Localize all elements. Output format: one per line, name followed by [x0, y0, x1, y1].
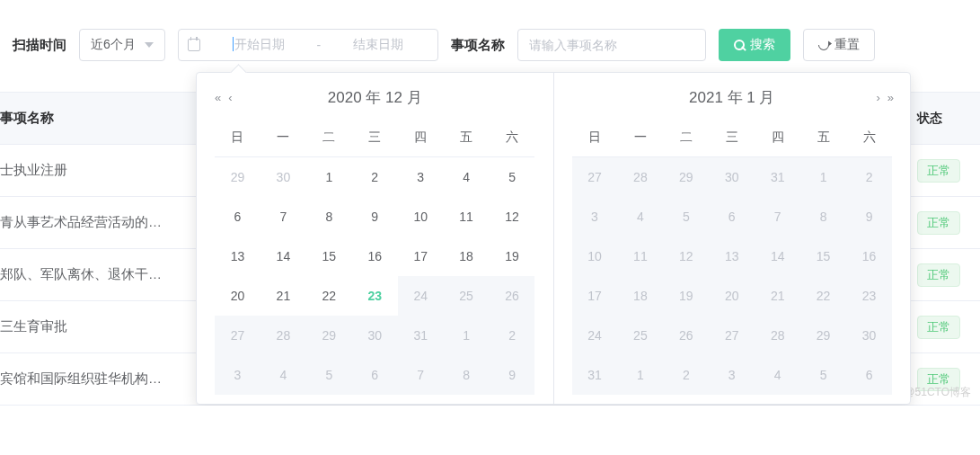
- date-cell: 8: [800, 197, 846, 236]
- date-cell: 29: [663, 157, 709, 197]
- date-cell: 27: [572, 157, 618, 197]
- calendar-left-panel: « ‹ 2020 年 12 月 日一二三四五六 2930123456789101…: [197, 73, 553, 404]
- date-cell[interactable]: 8: [306, 197, 352, 236]
- next-month-icon[interactable]: ›: [876, 91, 878, 104]
- date-cell[interactable]: 11: [444, 197, 490, 236]
- date-cell[interactable]: 23: [352, 276, 398, 316]
- date-cell: 27: [215, 316, 260, 355]
- date-cell: 5: [306, 355, 352, 395]
- date-cell: 30: [709, 157, 755, 197]
- dow-cell: 一: [617, 120, 663, 157]
- date-cell[interactable]: 29: [215, 157, 260, 197]
- reset-button[interactable]: 重置: [803, 29, 875, 61]
- date-cell: 4: [755, 355, 800, 395]
- date-cell: 15: [800, 236, 846, 276]
- matter-name-input[interactable]: [517, 29, 706, 61]
- date-cell: 25: [444, 276, 490, 316]
- date-cell: 9: [490, 355, 535, 395]
- date-cell: 30: [352, 316, 398, 355]
- end-date-placeholder: 结束日期: [328, 37, 428, 53]
- status-badge: 正常: [917, 159, 960, 183]
- refresh-icon: [816, 38, 831, 53]
- date-cell: 5: [663, 197, 709, 236]
- dow-cell: 日: [572, 120, 618, 157]
- date-cell: 6: [709, 197, 755, 236]
- date-cell: 22: [800, 276, 846, 316]
- chevron-down-icon: [145, 42, 154, 48]
- date-cell: 1: [800, 157, 846, 197]
- date-cell: 5: [800, 355, 846, 395]
- date-cell: 26: [663, 316, 709, 355]
- date-cell[interactable]: 21: [260, 276, 306, 316]
- prev-month-icon[interactable]: ‹: [228, 91, 230, 104]
- date-cell[interactable]: 6: [215, 197, 260, 236]
- date-cell[interactable]: 22: [306, 276, 352, 316]
- date-cell: 4: [260, 355, 306, 395]
- date-cell: 9: [846, 197, 892, 236]
- dow-cell: 日: [215, 120, 260, 157]
- date-cell[interactable]: 10: [398, 197, 444, 236]
- date-cell[interactable]: 2: [352, 157, 398, 197]
- date-cell: 12: [663, 236, 709, 276]
- date-cell: 4: [617, 197, 663, 236]
- date-cell: 2: [846, 157, 892, 197]
- dow-cell: 五: [800, 120, 846, 157]
- date-cell: 28: [617, 157, 663, 197]
- date-cell: 1: [444, 316, 490, 355]
- date-cell[interactable]: 19: [490, 236, 535, 276]
- search-button[interactable]: 搜索: [719, 29, 790, 61]
- date-cell[interactable]: 13: [215, 236, 260, 276]
- date-cell[interactable]: 20: [215, 276, 260, 316]
- date-cell[interactable]: 12: [490, 197, 535, 236]
- next-year-icon[interactable]: »: [887, 91, 892, 104]
- scan-time-select[interactable]: 近6个月: [79, 29, 165, 61]
- dow-cell: 三: [709, 120, 755, 157]
- dow-cell: 六: [846, 120, 892, 157]
- date-cell[interactable]: 4: [444, 157, 490, 197]
- date-cell: 3: [215, 355, 260, 395]
- right-panel-title: 2021 年 1 月: [689, 87, 774, 108]
- date-cell[interactable]: 9: [352, 197, 398, 236]
- date-range-input[interactable]: 开始日期 - 结束日期: [178, 29, 438, 61]
- search-icon: [734, 40, 745, 50]
- cell-name: 三生育审批: [0, 318, 198, 335]
- date-cell: 19: [663, 276, 709, 316]
- date-cell: 13: [709, 236, 755, 276]
- date-cell: 7: [755, 197, 800, 236]
- col-name: 事项名称: [0, 110, 198, 127]
- date-cell: 6: [352, 355, 398, 395]
- date-cell: 31: [398, 316, 444, 355]
- date-cell[interactable]: 5: [490, 157, 535, 197]
- dow-cell: 五: [444, 120, 490, 157]
- date-cell[interactable]: 15: [306, 236, 352, 276]
- date-cell: 24: [572, 316, 618, 355]
- date-cell[interactable]: 18: [444, 236, 490, 276]
- date-cell[interactable]: 16: [352, 236, 398, 276]
- dow-cell: 四: [398, 120, 444, 157]
- date-cell[interactable]: 7: [260, 197, 306, 236]
- left-panel-title: 2020 年 12 月: [328, 87, 422, 108]
- date-cell: 29: [800, 316, 846, 355]
- status-badge: 正常: [917, 263, 960, 287]
- matter-name-label: 事项名称: [451, 37, 505, 54]
- date-picker-popup: « ‹ 2020 年 12 月 日一二三四五六 2930123456789101…: [196, 72, 911, 405]
- date-cell[interactable]: 3: [398, 157, 444, 197]
- date-cell: 1: [617, 355, 663, 395]
- date-cell: 26: [490, 276, 535, 316]
- cell-name: 士执业注册: [0, 162, 198, 179]
- prev-year-icon[interactable]: «: [215, 91, 219, 104]
- dow-cell: 三: [352, 120, 398, 157]
- date-cell[interactable]: 14: [260, 236, 306, 276]
- date-cell[interactable]: 17: [398, 236, 444, 276]
- date-cell: 3: [709, 355, 755, 395]
- date-cell: 8: [444, 355, 490, 395]
- date-cell: 6: [846, 355, 892, 395]
- date-cell[interactable]: 30: [260, 157, 306, 197]
- date-cell: 25: [617, 316, 663, 355]
- status-badge: 正常: [917, 316, 960, 339]
- date-cell: 27: [709, 316, 755, 355]
- start-date-placeholder: 开始日期: [234, 37, 285, 51]
- cell-name: 宾馆和国际组织驻华机构…: [0, 370, 198, 388]
- date-cell: 3: [572, 197, 618, 236]
- date-cell[interactable]: 1: [306, 157, 352, 197]
